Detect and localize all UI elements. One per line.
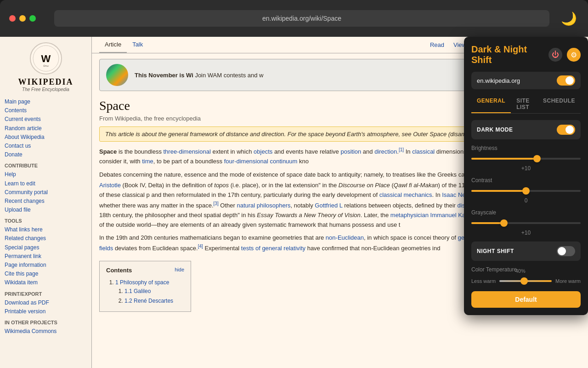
link-classical[interactable]: classical [412, 148, 435, 155]
tab-article[interactable]: Article [99, 37, 127, 53]
less-warm-label: Less warm [471, 278, 496, 284]
brightness-thumb[interactable] [533, 155, 541, 162]
space-bold: Space [99, 148, 117, 155]
minimize-button[interactable] [19, 15, 26, 22]
contents-link-philosophy-text[interactable]: Philosophy of space [120, 279, 169, 286]
tab-read[interactable]: Read [430, 41, 444, 48]
link-natural-philosophers[interactable]: natural philosophers [237, 202, 290, 209]
brightness-value: +10 [471, 165, 581, 172]
tab-general[interactable]: GENERAL [471, 95, 511, 113]
print-heading: Print/export [5, 291, 87, 297]
banner-bold-text: This November is Wi [135, 72, 193, 79]
grayscale-slider-container [471, 218, 581, 228]
contrast-value: 0 [471, 197, 581, 204]
link-metaphysician[interactable]: metaphysician [390, 212, 429, 218]
popup-panel: Dark & Night Shift ⏻ ⚙ en.wikipedia.org … [464, 37, 588, 315]
grayscale-value: +10 [471, 230, 581, 236]
contents-link-galileo[interactable]: 1.1 [124, 288, 134, 294]
nav-community-portal[interactable]: Community portal [5, 188, 87, 197]
address-bar[interactable]: en.wikipedia.org/wiki/Space [54, 10, 549, 27]
nav-page-information[interactable]: Page information [5, 261, 87, 270]
nav-help[interactable]: Help [5, 170, 87, 179]
link-4d[interactable]: four-dimensional continuum [224, 158, 298, 165]
color-temp-thumb[interactable] [520, 277, 528, 285]
color-temp-label: Color Temperature [471, 266, 581, 273]
link-direction[interactable]: direction [374, 148, 397, 155]
nav-learn-to-edit[interactable]: Learn to edit [5, 179, 87, 188]
dark-mode-toggle[interactable] [557, 125, 575, 135]
tab-talk[interactable]: Talk [127, 37, 148, 53]
wiki-nav-print: Print/export Download as PDF Printable v… [5, 291, 87, 316]
link-classical-mechanics[interactable]: classical mechanics [379, 191, 432, 198]
contrast-thumb[interactable] [522, 187, 530, 195]
browser-content: W Ω•ω WIKIPEDIA The Free Encyclopedia Ma… [0, 37, 588, 368]
nav-donate[interactable]: Donate [5, 150, 87, 159]
nav-current-events[interactable]: Current events [5, 115, 87, 124]
grayscale-thumb[interactable] [500, 219, 508, 227]
nav-what-links-here[interactable]: What links here [5, 225, 87, 234]
nav-main-page[interactable]: Main page [5, 98, 87, 106]
contents-link-galileo-text[interactable]: Galileo [134, 288, 151, 294]
brightness-slider-container [471, 154, 581, 163]
link-non-euclidean[interactable]: non-Euclidean [326, 234, 364, 241]
nav-contents[interactable]: Contents [5, 106, 87, 115]
brightness-fill [471, 158, 537, 160]
contents-sublist: 1.1 Galileo 1.2 René Descartes [115, 287, 184, 305]
close-button[interactable] [9, 15, 16, 22]
nav-random-article[interactable]: Random article [5, 124, 87, 133]
nav-related-changes[interactable]: Related changes [5, 234, 87, 243]
wiki-logo-tagline: The Free Encyclopedia [5, 87, 87, 92]
nav-permanent-link[interactable]: Permanent link [5, 252, 87, 261]
cite-3: [3] [214, 201, 219, 206]
wiki-nav-other-projects: In other projects Wikimedia Commons [5, 320, 87, 336]
contents-link-descartes-text[interactable]: René Descartes [134, 298, 173, 304]
popup-header-icons: ⏻ ⚙ [548, 48, 581, 62]
nav-recent-changes[interactable]: Recent changes [5, 197, 87, 206]
nav-download-pdf[interactable]: Download as PDF [5, 299, 87, 307]
contents-hide-link[interactable]: hide [175, 266, 184, 276]
link-tests[interactable]: tests of general relativity [241, 245, 305, 252]
nav-cite-this-page[interactable]: Cite this page [5, 270, 87, 278]
wiki-logo-name: WIKIPEDIA [5, 77, 87, 87]
night-shift-toggle[interactable] [557, 246, 575, 256]
dark-mode-row: DARK MODE [471, 120, 581, 139]
contrast-slider-container [471, 186, 581, 196]
tab-site-list[interactable]: SITE LIST [511, 95, 537, 113]
settings-button[interactable]: ⚙ [567, 48, 581, 62]
svg-text:Ω•ω: Ω•ω [43, 64, 49, 67]
cite-4: [4] [198, 244, 203, 249]
site-toggle[interactable] [557, 75, 575, 86]
contents-item-1: 1 Philosophy of space 1.1 Galileo 1.2 Re… [115, 278, 184, 306]
brightness-track [471, 158, 581, 160]
link-gottfried[interactable]: Gottfried L [315, 202, 342, 209]
contents-link-descartes[interactable]: 1.2 [124, 298, 134, 304]
wiki-contents-box: Contents hide 1 Philosophy of space 1.1 … [99, 261, 191, 311]
link-3d[interactable]: three-dimensional [164, 148, 211, 155]
contrast-fill [471, 190, 526, 192]
cite-1: [1] [399, 147, 404, 152]
nav-wikimedia-commons[interactable]: Wikimedia Commons [5, 327, 87, 336]
link-time[interactable]: time [142, 158, 153, 165]
address-text: en.wikipedia.org/wiki/Space [62, 15, 542, 22]
nav-wikidata-item[interactable]: Wikidata item [5, 278, 87, 287]
nav-about-wikipedia[interactable]: About Wikipedia [5, 133, 87, 142]
color-temp-percent: 40% [515, 268, 526, 274]
link-position[interactable]: position [340, 148, 361, 155]
default-button[interactable]: Default [471, 291, 581, 308]
banner-text: This November is Wi Join WAM contests an… [135, 72, 263, 79]
contrast-section: Contrast 0 [471, 177, 581, 204]
contents-link-philosophy[interactable]: 1 [115, 279, 119, 286]
nav-upload-file[interactable]: Upload file [5, 206, 87, 214]
contribute-heading: Contribute [5, 163, 87, 168]
contents-item-1-2: 1.2 René Descartes [124, 297, 184, 305]
nav-contact-us[interactable]: Contact us [5, 142, 87, 150]
link-objects[interactable]: objects [254, 148, 272, 155]
night-mode-toggle[interactable]: 🌙 [559, 8, 579, 29]
nav-special-pages[interactable]: Special pages [5, 243, 87, 252]
tab-schedule[interactable]: SCHEDULE [537, 95, 581, 113]
power-button[interactable]: ⏻ [548, 48, 562, 62]
nav-printable-version[interactable]: Printable version [5, 307, 87, 316]
fullscreen-button[interactable] [29, 15, 36, 22]
color-temp-section: Color Temperature Less warm 40% More war… [471, 266, 581, 286]
tools-heading: Tools [5, 218, 87, 224]
